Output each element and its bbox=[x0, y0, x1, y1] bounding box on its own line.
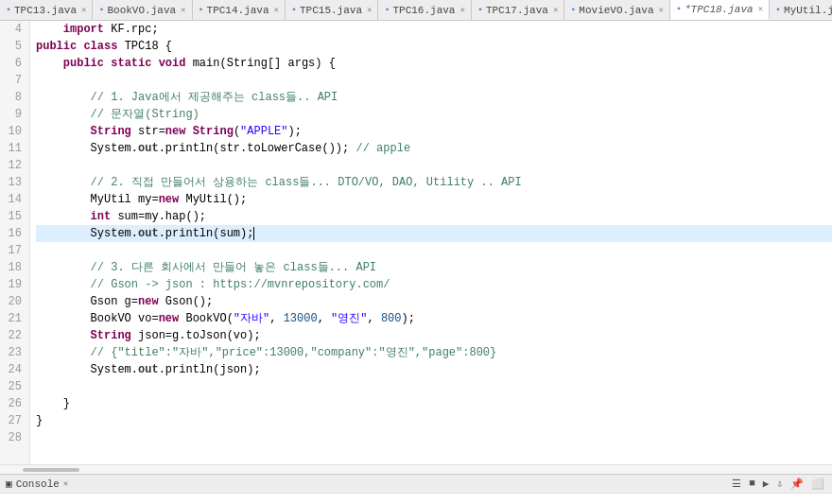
horizontal-scrollbar[interactable] bbox=[0, 464, 832, 474]
code-line-15: int sum=my.hap(); bbox=[36, 208, 832, 225]
console-maximize-button[interactable]: ⬜ bbox=[809, 478, 826, 490]
tab-movievo[interactable]: ▪ MovieVO.java ✕ bbox=[564, 0, 670, 20]
code-line-26: } bbox=[36, 395, 832, 412]
tab-close-tpc14[interactable]: ✕ bbox=[274, 5, 279, 15]
console-scroll-lock-button[interactable]: ⇩ bbox=[774, 478, 785, 490]
code-line-20: Gson g=new Gson(); bbox=[36, 293, 832, 310]
console-icon: ▣ bbox=[6, 478, 12, 490]
tab-close-tpc18[interactable]: ✕ bbox=[758, 4, 763, 14]
code-line-18: // 3. 다른 회사에서 만들어 놓은 class들... API bbox=[36, 259, 832, 276]
tab-bookvo[interactable]: ▪ BookVO.java ✕ bbox=[93, 0, 192, 20]
java-file-icon: ▪ bbox=[570, 5, 576, 15]
tab-close-tpc17[interactable]: ✕ bbox=[553, 5, 558, 15]
tab-tpc17[interactable]: ▪ TPC17.java ✕ bbox=[472, 0, 564, 20]
console-label: Console bbox=[16, 478, 60, 490]
java-file-icon: ▪ bbox=[199, 5, 204, 15]
console-rerun-button[interactable]: ▶ bbox=[761, 478, 771, 490]
code-line-5: public class TPC18 { bbox=[36, 38, 832, 55]
code-line-16: System.out.println(sum); bbox=[36, 225, 832, 242]
code-line-17 bbox=[36, 242, 832, 259]
tab-bar: ▪ TPC13.java ✕ ▪ BookVO.java ✕ ▪ TPC14.j… bbox=[0, 0, 832, 21]
code-line-4: import KF.rpc; bbox=[36, 21, 832, 38]
editor: 4 5 6 7 8 9 10 11 12 13 14 15 16 17 18 1… bbox=[0, 21, 832, 464]
code-line-7 bbox=[36, 72, 832, 89]
code-line-28 bbox=[36, 429, 832, 446]
code-line-13: // 2. 직접 만들어서 상용하는 class들... DTO/VO, DAO… bbox=[36, 174, 832, 191]
tab-close-tpc15[interactable]: ✕ bbox=[367, 5, 372, 15]
code-area[interactable]: import KF.rpc; public class TPC18 { publ… bbox=[30, 21, 832, 464]
console-pin-button[interactable]: 📌 bbox=[789, 478, 806, 490]
tab-tpc18[interactable]: ▪ *TPC18.java ✕ bbox=[670, 0, 770, 20]
java-file-icon: ▪ bbox=[291, 5, 297, 15]
code-line-23: // {"title":"자바","price":13000,"company"… bbox=[36, 344, 832, 361]
tab-close-tpc16[interactable]: ✕ bbox=[459, 5, 464, 15]
code-line-12 bbox=[36, 157, 832, 174]
code-line-24: System.out.println(json); bbox=[36, 361, 832, 378]
console-clear-button[interactable]: ☰ bbox=[730, 478, 743, 490]
tab-myutil[interactable]: ▪ MyUtil.java ✕ bbox=[770, 0, 832, 20]
code-line-6: public static void main(String[] args) { bbox=[36, 55, 832, 72]
code-line-22: String json=g.toJson(vo); bbox=[36, 327, 832, 344]
console-body bbox=[0, 493, 832, 504]
tab-close-tpc13[interactable]: ✕ bbox=[81, 5, 86, 15]
code-line-25 bbox=[36, 378, 832, 395]
tab-tpc13[interactable]: ▪ TPC13.java ✕ bbox=[0, 0, 93, 20]
code-line-19: // Gson -> json : https://mvnrepository.… bbox=[36, 276, 832, 293]
code-line-11: System.out.println(str.toLowerCase()); /… bbox=[36, 140, 832, 157]
code-line-27: } bbox=[36, 412, 832, 429]
code-line-10: String str=new String("APPLE"); bbox=[36, 123, 832, 140]
tab-tpc14[interactable]: ▪ TPC14.java ✕ bbox=[193, 0, 286, 20]
tab-tpc15[interactable]: ▪ TPC15.java ✕ bbox=[286, 0, 378, 20]
java-file-icon: ▪ bbox=[384, 5, 390, 15]
code-line-21: BookVO vo=new BookVO("자바", 13000, "영진", … bbox=[36, 310, 832, 327]
console-close-icon: ✕ bbox=[63, 478, 68, 489]
code-line-14: MyUtil my=new MyUtil(); bbox=[36, 191, 832, 208]
code-line-8: // 1. Java에서 제공해주는 class들.. API bbox=[36, 89, 832, 106]
java-file-icon: ▪ bbox=[477, 5, 483, 15]
java-file-icon: ▪ bbox=[775, 5, 781, 15]
tab-close-movievo[interactable]: ✕ bbox=[659, 5, 664, 15]
tab-tpc16[interactable]: ▪ TPC16.java ✕ bbox=[378, 0, 471, 20]
tab-close-bookvo[interactable]: ✕ bbox=[181, 5, 185, 15]
java-file-icon: ▪ bbox=[676, 4, 682, 14]
console-stop-button[interactable]: ■ bbox=[747, 478, 757, 490]
console-toolbar: ☰ ■ ▶ ⇩ 📌 ⬜ bbox=[730, 478, 826, 490]
java-file-icon: ▪ bbox=[98, 5, 104, 15]
line-numbers: 4 5 6 7 8 9 10 11 12 13 14 15 16 17 18 1… bbox=[0, 21, 30, 464]
java-file-icon: ▪ bbox=[6, 5, 11, 15]
scrollbar-thumb[interactable] bbox=[23, 468, 79, 472]
code-line-9: // 문자열(String) bbox=[36, 106, 832, 123]
console-header: ▣ Console ✕ ☰ ■ ▶ ⇩ 📌 ⬜ bbox=[0, 474, 832, 493]
